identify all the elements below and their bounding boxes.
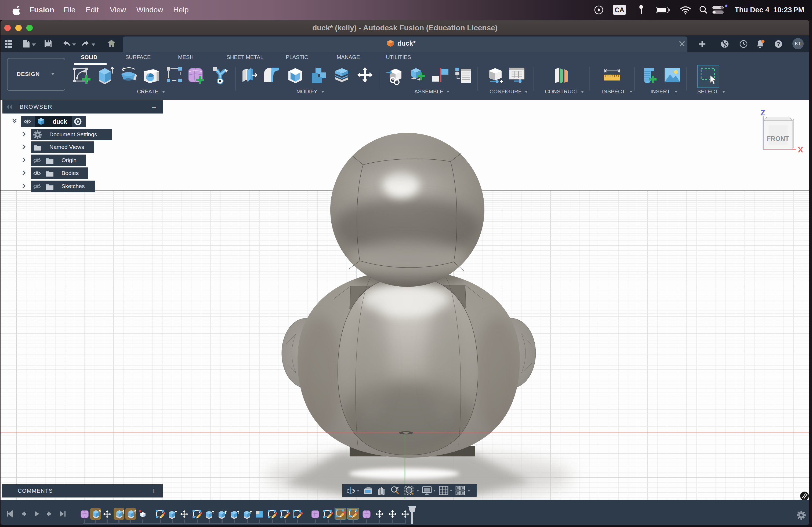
svg-text:FRONT: FRONT [767, 135, 789, 142]
svg-text:?: ? [777, 41, 780, 47]
svg-text:X: X [798, 145, 803, 154]
svg-text:Z: Z [760, 108, 765, 117]
